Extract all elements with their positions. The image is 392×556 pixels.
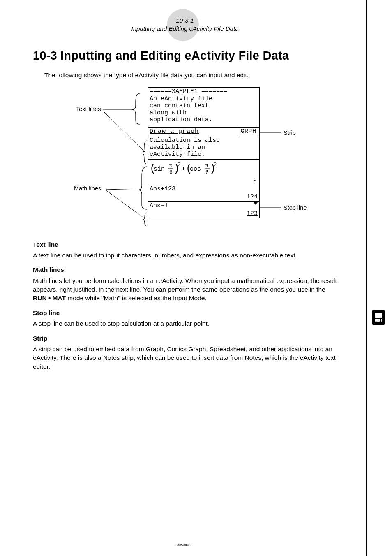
body-sections: Text line A text line can be used to inp… bbox=[33, 240, 337, 371]
section-heading-textline: Text line bbox=[33, 240, 337, 249]
svg-text:π: π bbox=[205, 162, 208, 168]
header-page-title: Inputting and Editing eActivity File Dat… bbox=[33, 25, 337, 33]
svg-text:6: 6 bbox=[169, 169, 173, 176]
screen-result: 124 bbox=[148, 194, 259, 201]
callout-lines-left bbox=[101, 93, 150, 225]
page-content: 10-3-1 Inputting and Editing eActivity F… bbox=[0, 0, 366, 556]
callout-strip: Strip bbox=[284, 130, 296, 136]
scroll-down-icon bbox=[254, 202, 258, 205]
page-right-border bbox=[366, 0, 367, 556]
section-text: A text line can be used to input charact… bbox=[33, 251, 337, 259]
math-lines-text-part1: Math lines let you perform calculations … bbox=[33, 277, 337, 293]
svg-text:6: 6 bbox=[205, 169, 209, 176]
svg-text:π: π bbox=[169, 162, 172, 168]
section-heading-mathlines: Math lines bbox=[33, 265, 337, 274]
screen-result: 1 bbox=[148, 179, 259, 186]
section-heading-stopline: Stop line bbox=[33, 308, 337, 317]
section-text: A strip can be used to embed data from G… bbox=[33, 345, 337, 371]
text-line: available in an bbox=[150, 144, 258, 151]
svg-line-2 bbox=[106, 189, 138, 190]
callout-lines-right bbox=[260, 128, 284, 211]
svg-line-1 bbox=[103, 111, 146, 153]
callout-stop-line: Stop line bbox=[284, 204, 307, 211]
svg-text:cos: cos bbox=[190, 166, 201, 173]
svg-text:2: 2 bbox=[178, 162, 180, 168]
runmat-mode-label: RUN • MAT bbox=[33, 294, 66, 301]
text-line: application data. bbox=[150, 117, 258, 124]
section-text: Math lines let you perform calculations … bbox=[33, 276, 337, 303]
calc-screen: ======SAMPLE1 ======= An eActivity file … bbox=[148, 87, 260, 219]
text-line: along with bbox=[150, 110, 258, 117]
svg-text:2: 2 bbox=[214, 162, 217, 168]
screen-strip-row: Draw a graph GRPH bbox=[148, 127, 259, 136]
svg-line-3 bbox=[106, 190, 145, 219]
screen-text-block: An eActivity file can contain text along… bbox=[148, 96, 259, 124]
svg-text:sin: sin bbox=[154, 166, 165, 173]
callout-math-lines: Math lines bbox=[74, 185, 101, 192]
screen-formula-row: ( sin π 6 ) 2 + ( cos π 6 ) 2 bbox=[148, 160, 259, 179]
text-line: eActivity file. bbox=[150, 151, 258, 158]
text-line: An eActivity file bbox=[150, 96, 258, 103]
calculator-icon bbox=[372, 310, 385, 325]
math-lines-text-part2: mode while "Math" is selected as the Inp… bbox=[66, 294, 207, 301]
screen-ans-line: Ans−1 bbox=[148, 202, 259, 211]
screen-calc-text: Calculation is also available in an eAct… bbox=[148, 136, 259, 159]
page-title: 10-3 Inputting and Editing eActivity Fil… bbox=[33, 49, 337, 63]
screen-result: 123 bbox=[148, 211, 259, 218]
svg-text:+: + bbox=[182, 166, 185, 173]
strip-button: GRPH bbox=[238, 128, 259, 136]
screen-stop-line bbox=[148, 201, 259, 202]
strip-label: Draw a graph bbox=[148, 128, 238, 136]
screen-header: ======SAMPLE1 ======= bbox=[148, 88, 259, 96]
section-heading-strip: Strip bbox=[33, 334, 337, 343]
header-page-number: 10-3-1 bbox=[33, 16, 337, 25]
formula-svg: ( sin π 6 ) 2 + ( cos π 6 ) 2 bbox=[150, 162, 224, 176]
screen-ans-line: Ans+123 bbox=[148, 186, 259, 194]
diagram: Text lines Math lines Strip Stop line bbox=[33, 87, 337, 231]
page-header: 10-3-1 Inputting and Editing eActivity F… bbox=[33, 16, 337, 33]
text-line: can contain text bbox=[150, 103, 258, 110]
text-line: Calculation is also bbox=[150, 137, 258, 144]
footer-date: 20050401 bbox=[175, 543, 191, 547]
section-text: A stop line can be used to stop calculat… bbox=[33, 319, 337, 328]
callout-text-lines: Text lines bbox=[76, 106, 101, 112]
intro-text: The following shows the type of eActivit… bbox=[44, 72, 337, 79]
